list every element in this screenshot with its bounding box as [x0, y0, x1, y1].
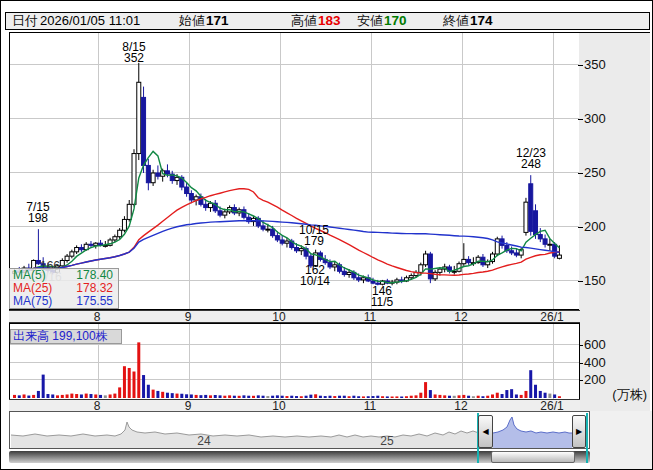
header-field-label: 日付 [12, 13, 38, 29]
right-axis-column: 350300250200150600400200(万株) [579, 32, 650, 411]
candles-layer [13, 63, 562, 285]
header-field-value: 174 [470, 13, 493, 29]
header-field-label: 安値 [357, 13, 383, 29]
left-arrow-icon: ◀ [482, 427, 488, 436]
bottom-right-filler [590, 411, 653, 470]
volume-bars-layer [13, 342, 561, 398]
volume-unit-label: (万株) [612, 386, 647, 404]
header-field-value: 171 [206, 13, 229, 29]
chart-annotation: 7/15198 [26, 202, 49, 224]
month-label: 9 [185, 311, 192, 323]
navigator-sparkline [9, 411, 590, 449]
chart-annotation: 12/23248 [516, 148, 546, 170]
right-arrow-icon: ▶ [576, 427, 582, 436]
header-field-value: 2026/01/05 11:01 [40, 13, 140, 29]
axis-tick-label: 600 [584, 337, 606, 352]
axis-tick-label: 200 [584, 372, 606, 387]
axis-tick-label: 400 [584, 355, 606, 370]
header-field-label: 高値 [291, 13, 317, 29]
chart-annotation: 10/15179 [299, 225, 329, 247]
volume-value-badge: 出来高 199,100株 [10, 329, 122, 344]
month-label: 10 [272, 311, 285, 323]
axis-tick-label: 200 [584, 219, 606, 234]
header-field-value: 170 [384, 13, 407, 29]
stock-chart-widget: 日付2026/01/05 11:01始値171高値183安値170終値174 3… [0, 0, 653, 470]
scrollbar-thumb[interactable] [491, 451, 575, 463]
navigator-left-arrow-button[interactable]: ◀ [478, 415, 493, 448]
month-label: 11 [364, 311, 376, 323]
year-label: 25 [380, 434, 393, 448]
month-label: 12 [454, 311, 467, 323]
range-navigator[interactable] [9, 411, 590, 449]
chart-annotation: 14611/5 [371, 286, 393, 308]
navigator-right-arrow-button[interactable]: ▶ [572, 415, 586, 448]
ohlc-header-bar: 日付2026/01/05 11:01始値171高値183安値170終値174 [5, 12, 650, 30]
axis-tick-label: 300 [584, 111, 606, 126]
selection-right-marker [586, 413, 588, 463]
chart-annotation: 8/15352 [122, 42, 145, 64]
month-axis-price: 8910111226/1 [9, 310, 580, 323]
header-field-value: 183 [318, 13, 341, 29]
header-field-label: 終値 [443, 13, 469, 29]
month-label: 8 [94, 311, 101, 323]
ma-legend-row: MA(75)175.55 [10, 295, 118, 308]
month-label: 26/1 [540, 311, 563, 323]
axis-tick-label: 150 [584, 273, 606, 288]
ma-legend: MA(5)178.40MA(25)178.32MA(75)175.55 [9, 268, 119, 309]
axis-tick-label: 350 [584, 57, 606, 72]
year-label: 24 [197, 434, 210, 448]
axis-tick-label: 250 [584, 165, 606, 180]
header-field-label: 始値 [179, 13, 205, 29]
chart-annotation: 16210/14 [300, 265, 330, 287]
